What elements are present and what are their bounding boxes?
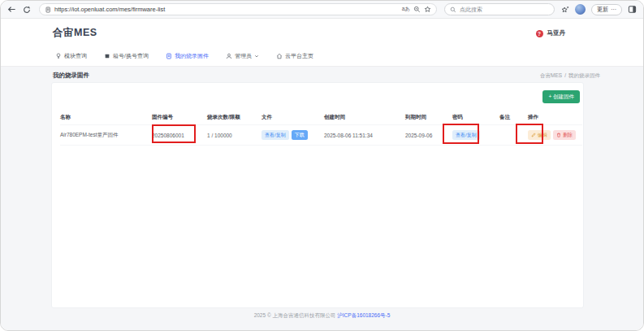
annotation-box-password [443,124,479,144]
tab-box-number-query[interactable]: 箱号/换号查询 [104,52,149,60]
col-password: 密码 [452,114,499,121]
page-icon [45,7,51,13]
breadcrumb: 合宙MES / 我的烧录固件 [540,72,600,80]
tab-label: 我的烧录固件 [175,52,209,60]
table-header: 名称 固件编号 烧录次数/限额 文件 创建时间 到期时间 密码 备注 操作 [60,110,582,124]
breadcrumb-current: 我的烧录固件 [568,72,600,80]
page-content: 我的烧录固件 合宙MES / 我的烧录固件 + 创建固件 名称 固件编号 烧录次… [1,67,643,330]
tab-admin[interactable]: 管理员 [226,52,259,60]
refresh-icon[interactable] [23,6,31,14]
footer: 2025 © 上海合宙通信科技有限公司 沪ICP备16018266号-5 [1,312,643,320]
annotation-box-edit [516,124,543,144]
tab-label: 模块查询 [64,52,87,60]
icp-link[interactable]: 沪ICP备16018266号-5 [337,312,390,318]
url-text[interactable]: https://iot.openluat.com/mes/firmware-li… [54,6,399,13]
tab-label: 箱号/换号查询 [113,52,149,60]
tab-my-firmware[interactable]: 我的烧录固件 [166,52,209,60]
update-label: 更新 [597,6,608,14]
breadcrumb-separator: / [564,72,566,80]
col-expire: 到期时间 [405,114,452,121]
col-remark: 备注 [499,114,528,121]
col-file: 文件 [261,114,324,121]
delete-label: 删除 [563,133,573,137]
col-burn-count: 烧录次数/限额 [207,114,261,121]
app-logo[interactable]: 合宙MES [53,26,97,40]
copyright-text: 2025 © 上海合宙通信科技有限公司 [254,312,336,318]
search-placeholder: 点此搜索 [460,6,482,14]
more-menu-icon[interactable]: ⋯ [611,7,616,13]
firmware-file-icon [166,53,172,59]
cell-firmware-name: Air780EPM-test量产固件 [60,132,152,139]
back-icon[interactable] [7,5,16,14]
col-name: 名称 [60,114,152,121]
delete-button[interactable]: 删除 [553,130,576,140]
cell-created-at: 2025-08-06 11:51:34 [324,133,405,138]
file-download-button[interactable]: 下载 [292,130,308,140]
search-icon [450,7,456,13]
search-box[interactable]: 点此搜索 [444,3,555,15]
tab-cloud-home[interactable]: 云平台主页 [276,52,313,60]
breadcrumb-root[interactable]: 合宙MES [540,72,562,80]
col-firmware-no: 固件编号 [152,114,207,121]
chevron-down-icon [254,54,259,59]
browser-toolbar: https://iot.openluat.com/mes/firmware-li… [1,1,643,19]
table-row: Air780EPM-test量产固件 20250806001 1 / 10000… [60,124,582,146]
app-header: 合宙MES ? 马亚丹 模块查询 箱号/换号查询 我的 [1,19,643,67]
user-box[interactable]: ? 马亚丹 [536,29,566,37]
firmware-card: + 创建固件 名称 固件编号 烧录次数/限额 文件 创建时间 到期时间 密码 备… [51,82,584,308]
admin-person-icon [226,53,232,59]
translate-icon[interactable]: aあ [402,7,410,12]
file-view-copy-button[interactable]: 查看/复制 [261,130,289,140]
col-created: 创建时间 [324,114,405,121]
help-icon[interactable]: ? [536,30,543,37]
main-nav: 模块查询 箱号/换号查询 我的烧录固件 管理员 [55,52,313,60]
tab-label: 管理员 [235,52,252,60]
tab-module-query[interactable]: 模块查询 [55,52,87,60]
home-icon [276,53,283,59]
page-title: 我的烧录固件 [53,72,89,80]
cell-burn-count: 1 / 100000 [207,133,261,138]
box-icon [104,53,110,59]
address-bar[interactable]: https://iot.openluat.com/mes/firmware-li… [39,3,437,15]
bulb-icon [55,53,62,59]
username[interactable]: 马亚丹 [547,29,566,37]
browser-profile-avatar[interactable] [575,4,586,15]
browser-window: https://iot.openluat.com/mes/firmware-li… [0,0,644,331]
browser-update-button[interactable]: 更新 ⋯ [591,4,622,15]
collections-star-icon[interactable] [561,6,569,14]
bookmark-star-icon[interactable] [424,6,431,13]
sidebar-panel-icon[interactable] [628,5,637,14]
tab-label: 云平台主页 [285,52,313,60]
create-firmware-button[interactable]: + 创建固件 [542,90,580,103]
annotation-box-firmware-no [152,124,196,143]
col-ops: 操作 [528,114,582,121]
delete-trash-icon [556,133,561,137]
zoom-out-icon[interactable] [413,6,421,13]
